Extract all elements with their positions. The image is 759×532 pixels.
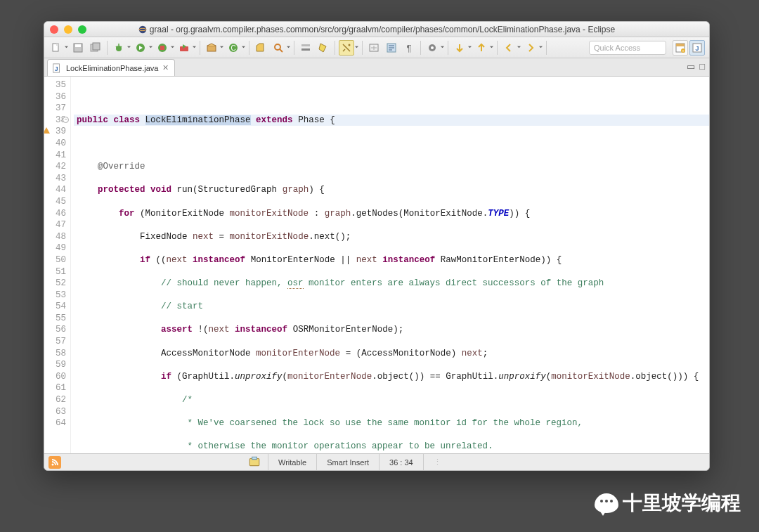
svg-rect-5: [75, 44, 81, 47]
svg-rect-13: [207, 46, 216, 51]
debug-button[interactable]: [111, 40, 126, 56]
svg-point-1: [139, 28, 147, 30]
new-button[interactable]: [48, 40, 64, 56]
svg-text:+: +: [682, 48, 685, 53]
main-toolbar: C ¶ Quick Access + J: [44, 37, 709, 58]
fold-toggle[interactable]: −: [63, 117, 69, 123]
editor-tab[interactable]: J LockEliminationPhase.java ✕: [47, 59, 175, 76]
titlebar: graal - org.graalvm.compiler.phases.comm…: [44, 22, 709, 37]
ext-tools-button[interactable]: [176, 40, 192, 56]
sync-button[interactable]: [248, 455, 261, 469]
svg-point-33: [52, 463, 54, 465]
search-button[interactable]: [271, 40, 286, 56]
selected-type: LockEliminationPhase: [145, 115, 251, 125]
quick-access-input[interactable]: Quick Access: [589, 41, 666, 55]
svg-text:¶: ¶: [407, 43, 412, 53]
open-type-button[interactable]: [253, 40, 268, 56]
maximize-view-icon[interactable]: □: [699, 61, 705, 72]
svg-point-16: [275, 44, 280, 50]
back-button[interactable]: [501, 40, 517, 56]
annotation-button[interactable]: [424, 40, 440, 56]
warning-icon[interactable]: [44, 127, 50, 134]
toggle-word-wrap-button[interactable]: [384, 40, 399, 56]
tab-close-icon[interactable]: ✕: [162, 63, 169, 72]
traffic-lights: [50, 25, 86, 34]
save-button[interactable]: [70, 40, 86, 56]
block-selection-button[interactable]: [339, 40, 354, 56]
svg-rect-7: [93, 43, 100, 50]
java-perspective-button[interactable]: J: [689, 40, 705, 56]
line-number-gutter: 35 36 37 38− 39 40 41 42 43 44 45 46 47 …: [44, 77, 71, 453]
svg-rect-17: [301, 44, 310, 46]
svg-rect-3: [56, 44, 58, 46]
svg-text:C: C: [231, 44, 235, 52]
code-editor[interactable]: 35 36 37 38− 39 40 41 42 43 44 45 46 47 …: [44, 77, 709, 453]
svg-rect-11: [160, 46, 164, 50]
tab-label: LockEliminationPhase.java: [66, 64, 158, 72]
eclipse-icon: [138, 25, 147, 34]
minimize-button[interactable]: [64, 25, 72, 34]
window-title: graal - org.graalvm.compiler.phases.comm…: [44, 25, 709, 34]
status-divider: ⋮: [423, 454, 443, 470]
minimize-view-icon[interactable]: ▭: [687, 61, 695, 72]
close-button[interactable]: [50, 25, 58, 34]
new-package-button[interactable]: [204, 40, 219, 56]
svg-rect-18: [301, 48, 310, 51]
save-all-button[interactable]: [88, 40, 103, 56]
toggle-breadcrumb-button[interactable]: [298, 40, 313, 56]
watermark: 十里坡学编程: [595, 490, 741, 517]
java-file-icon: J: [52, 63, 62, 73]
svg-rect-26: [676, 44, 685, 46]
maximize-button[interactable]: [78, 25, 86, 34]
status-bar: Writable Smart Insert 36 : 34 ⋮: [44, 453, 709, 470]
insert-mode-status: Smart Insert: [316, 454, 379, 470]
forward-button[interactable]: [523, 40, 538, 56]
eclipse-window: graal - org.graalvm.compiler.phases.comm…: [44, 21, 710, 471]
writable-status: Writable: [268, 454, 316, 470]
svg-point-19: [349, 44, 351, 46]
coverage-button[interactable]: [155, 40, 170, 56]
perspective-switcher: + J: [673, 40, 705, 56]
code-area[interactable]: public class LockEliminationPhase extend…: [71, 77, 709, 453]
svg-point-24: [431, 46, 434, 49]
svg-point-0: [139, 25, 147, 33]
cursor-position: 36 : 34: [379, 454, 423, 470]
show-whitespace-button[interactable]: [366, 40, 382, 56]
open-perspective-button[interactable]: +: [673, 40, 688, 56]
wechat-icon: [595, 493, 618, 513]
svg-text:J: J: [55, 65, 58, 72]
next-annotation-button[interactable]: [474, 40, 489, 56]
run-button[interactable]: [133, 40, 148, 56]
pin-button[interactable]: ¶: [401, 40, 417, 56]
new-class-button[interactable]: C: [226, 40, 241, 56]
mark-occurrences-button[interactable]: [316, 40, 331, 56]
prev-annotation-button[interactable]: [452, 40, 467, 56]
svg-text:J: J: [695, 45, 699, 52]
rss-icon[interactable]: [48, 456, 61, 469]
editor-tabbar: J LockEliminationPhase.java ✕ ▭ □: [44, 58, 709, 77]
